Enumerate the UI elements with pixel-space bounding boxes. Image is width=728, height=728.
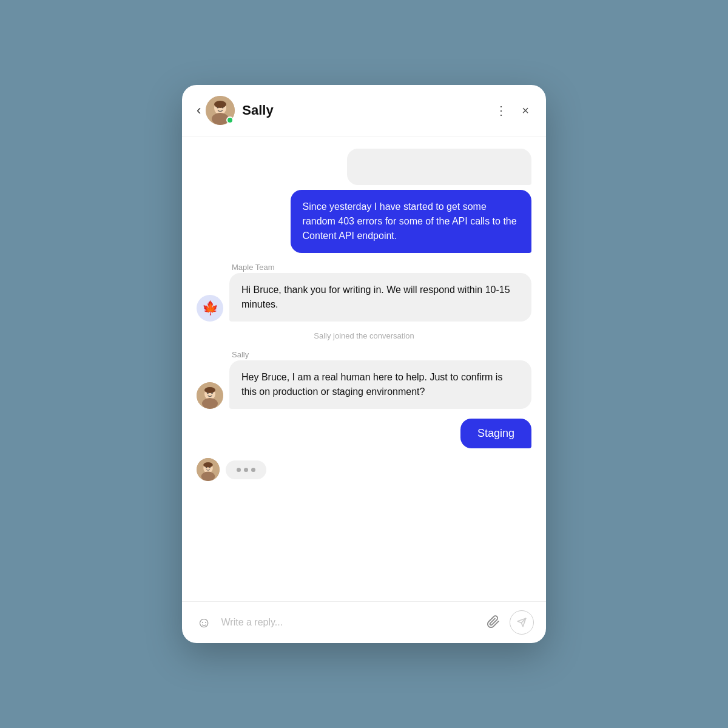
- svg-point-8: [202, 398, 218, 409]
- send-button[interactable]: [510, 610, 534, 635]
- sally-row: Hey Bruce, I am a real human here to hel…: [197, 360, 531, 409]
- maple-team-sender-label: Maple Team: [232, 263, 531, 272]
- chat-header: ‹ Sally ⋮ ×: [182, 85, 546, 136]
- back-button[interactable]: ‹: [197, 101, 206, 120]
- contact-name: Sally: [242, 103, 493, 118]
- maple-team-row: 🍁 Hi Bruce, thank you for writing in. We…: [197, 273, 531, 322]
- system-message: Sally joined the conversation: [314, 331, 414, 340]
- sally-avatar: [197, 382, 223, 409]
- emoji-button[interactable]: ☺: [194, 614, 214, 631]
- maple-team-message-group: Maple Team 🍁 Hi Bruce, thank you for wri…: [197, 263, 531, 322]
- staging-message: Staging: [460, 419, 531, 448]
- close-button[interactable]: ×: [519, 102, 531, 119]
- reply-input[interactable]: [221, 617, 477, 628]
- svg-point-11: [204, 387, 215, 393]
- maple-team-bubble: Hi Bruce, thank you for writing in. We w…: [229, 273, 531, 322]
- truncated-bubble: [347, 149, 531, 185]
- sally-message-group: Sally Hey Bruce, I am a real human here …: [197, 350, 531, 409]
- chat-window: ‹ Sally ⋮ ×: [182, 85, 546, 643]
- more-options-button[interactable]: ⋮: [493, 102, 510, 119]
- typing-dots-bubble: [226, 460, 266, 479]
- svg-point-14: [201, 471, 215, 481]
- input-area: ☺: [182, 601, 546, 643]
- typing-dot-2: [244, 468, 248, 472]
- typing-avatar: [197, 458, 220, 481]
- attach-button[interactable]: [484, 613, 502, 633]
- outgoing-message-1: Since yesterday I have started to get so…: [291, 190, 531, 253]
- maple-leaf-icon: 🍁: [202, 300, 218, 316]
- contact-avatar-container: [206, 96, 235, 125]
- messages-area: Since yesterday I have started to get so…: [182, 136, 546, 601]
- svg-point-5: [214, 101, 226, 108]
- typing-indicator-row: [197, 458, 531, 481]
- maple-team-avatar: 🍁: [197, 295, 223, 322]
- typing-dot-1: [237, 468, 241, 472]
- header-actions: ⋮ ×: [493, 102, 531, 119]
- svg-point-17: [203, 462, 213, 468]
- sally-sender-label: Sally: [232, 350, 531, 359]
- typing-dot-3: [251, 468, 255, 472]
- sally-bubble: Hey Bruce, I am a real human here to hel…: [229, 360, 531, 409]
- online-indicator: [226, 116, 234, 124]
